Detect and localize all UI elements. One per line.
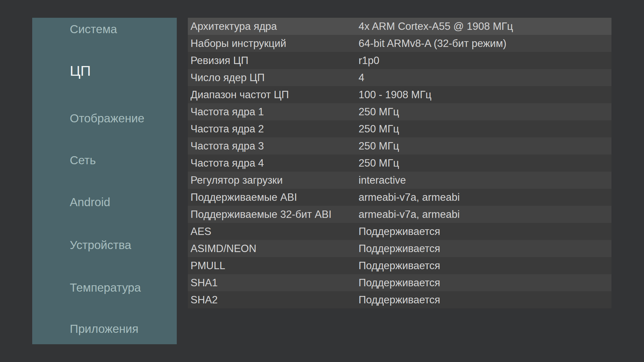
row-label: Частота ядра 4 xyxy=(188,155,359,172)
row-label: PMULL xyxy=(188,257,359,274)
sidebar-item-apps[interactable]: Приложения xyxy=(70,323,139,335)
row-value: Поддерживается xyxy=(359,223,611,240)
table-row-governor[interactable]: Регулятор загрузки interactive xyxy=(188,172,611,189)
row-label: Наборы инструкций xyxy=(188,35,359,52)
table-row-pmull[interactable]: PMULL Поддерживается xyxy=(188,257,611,274)
row-label: Диапазон частот ЦП xyxy=(188,86,359,103)
row-value: 250 МГц xyxy=(359,120,611,137)
row-value: interactive xyxy=(359,172,611,189)
table-row-cpu-frequency-range[interactable]: Диапазон частот ЦП 100 - 1908 МГц xyxy=(188,86,611,103)
table-row-supported-abi[interactable]: Поддерживаемые ABI armeabi-v7a, armeabi xyxy=(188,189,611,206)
row-label: Частота ядра 2 xyxy=(188,120,359,137)
row-label: SHA2 xyxy=(188,291,359,308)
row-label: Поддерживаемые 32-бит ABI xyxy=(188,206,359,223)
sidebar-item-system[interactable]: Система xyxy=(70,23,117,35)
table-row-core4-frequency[interactable]: Частота ядра 4 250 МГц xyxy=(188,155,611,172)
app-screen: Система ЦП Отображение Сеть Android Устр… xyxy=(0,0,644,362)
row-value: 64-bit ARMv8-A (32-бит режим) xyxy=(359,35,611,52)
table-row-instruction-sets[interactable]: Наборы инструкций 64-bit ARMv8-A (32-бит… xyxy=(188,35,611,52)
row-value: 250 МГц xyxy=(359,155,611,172)
row-value: 250 МГц xyxy=(359,137,611,155)
sidebar-panel: Система ЦП Отображение Сеть Android Устр… xyxy=(32,18,177,344)
row-value: 250 МГц xyxy=(359,103,611,120)
row-label: Архитектура ядра xyxy=(188,18,359,35)
table-row-sha2[interactable]: SHA2 Поддерживается xyxy=(188,291,611,308)
row-value: 4 xyxy=(359,69,611,86)
row-label: Частота ядра 1 xyxy=(188,103,359,120)
row-value: Поддерживается xyxy=(359,291,611,308)
row-label: ASIMD/NEON xyxy=(188,240,359,257)
row-label: Ревизия ЦП xyxy=(188,52,359,69)
row-value: Поддерживается xyxy=(359,274,611,291)
table-row-core-architecture[interactable]: Архитектура ядра 4x ARM Cortex-A55 @ 190… xyxy=(188,18,611,35)
row-label: Поддерживаемые ABI xyxy=(188,189,359,206)
table-row-aes[interactable]: AES Поддерживается xyxy=(188,223,611,240)
row-value: Поддерживается xyxy=(359,240,611,257)
row-label: Регулятор загрузки xyxy=(188,172,359,189)
table-row-core2-frequency[interactable]: Частота ядра 2 250 МГц xyxy=(188,120,611,137)
sidebar-item-temperature[interactable]: Температура xyxy=(70,282,141,293)
row-label: Число ядер ЦП xyxy=(188,69,359,86)
row-value: 4x ARM Cortex-A55 @ 1908 МГц xyxy=(359,18,611,35)
table-row-cpu-revision[interactable]: Ревизия ЦП r1p0 xyxy=(188,52,611,69)
table-row-sha1[interactable]: SHA1 Поддерживается xyxy=(188,274,611,291)
row-label: SHA1 xyxy=(188,274,359,291)
row-label: AES xyxy=(188,223,359,240)
sidebar-item-display[interactable]: Отображение xyxy=(70,112,145,124)
row-value: armeabi-v7a, armeabi xyxy=(359,189,611,206)
row-value: armeabi-v7a, armeabi xyxy=(359,206,611,223)
table-row-core3-frequency[interactable]: Частота ядра 3 250 МГц xyxy=(188,137,611,155)
sidebar-item-android[interactable]: Android xyxy=(70,196,110,208)
table-row-asimd-neon[interactable]: ASIMD/NEON Поддерживается xyxy=(188,240,611,257)
sidebar-item-cpu[interactable]: ЦП xyxy=(70,64,91,78)
sidebar-item-devices[interactable]: Устройства xyxy=(70,239,131,251)
row-value: r1p0 xyxy=(359,52,611,69)
sidebar-item-network[interactable]: Сеть xyxy=(70,154,96,166)
row-label: Частота ядра 3 xyxy=(188,137,359,155)
table-row-core1-frequency[interactable]: Частота ядра 1 250 МГц xyxy=(188,103,611,120)
cpu-info-list: Архитектура ядра 4x ARM Cortex-A55 @ 190… xyxy=(188,18,611,308)
table-row-cpu-cores[interactable]: Число ядер ЦП 4 xyxy=(188,69,611,86)
row-value: Поддерживается xyxy=(359,257,611,274)
table-row-supported-32bit-abi[interactable]: Поддерживаемые 32-бит ABI armeabi-v7a, a… xyxy=(188,206,611,223)
row-value: 100 - 1908 МГц xyxy=(359,86,611,103)
